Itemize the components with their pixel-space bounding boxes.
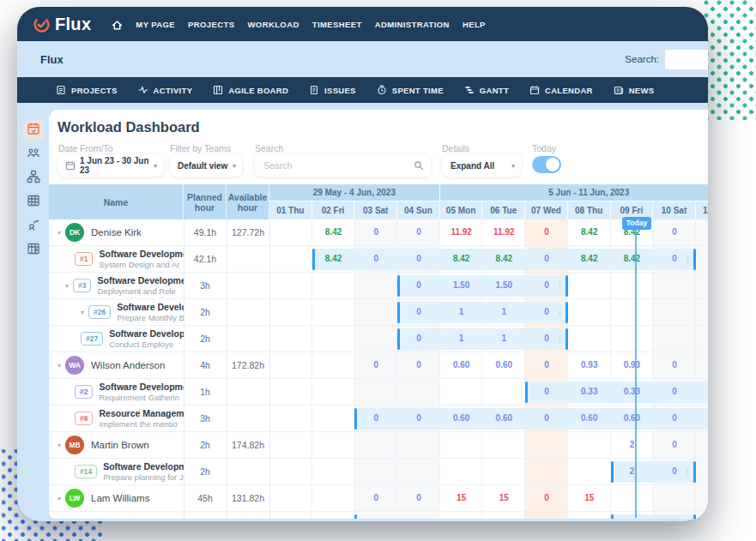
- collapse-chevron-icon[interactable]: ▾: [57, 495, 61, 502]
- day-cell[interactable]: [312, 299, 355, 325]
- day-cell[interactable]: [525, 459, 568, 484]
- day-cell[interactable]: [568, 326, 611, 352]
- nav-item-workload[interactable]: WORKLOAD: [247, 20, 299, 29]
- day-header[interactable]: 02 Fri: [312, 202, 355, 219]
- tab-activity[interactable]: ACTIVITY: [138, 85, 193, 95]
- day-header[interactable]: 08 Thu: [568, 202, 611, 219]
- collapse-chevron-icon[interactable]: ▾: [57, 229, 61, 237]
- task-row[interactable]: 000.600.6000.600.6000#6Resource Manageme…: [49, 406, 708, 432]
- day-header[interactable]: 06 Tue: [482, 202, 525, 219]
- task-id-badge[interactable]: #27: [81, 332, 103, 346]
- day-cell[interactable]: [696, 299, 708, 325]
- sidebar-item-teams[interactable]: [23, 144, 44, 165]
- day-cell[interactable]: [269, 459, 312, 484]
- day-cell[interactable]: [312, 512, 355, 519]
- search-icon[interactable]: [414, 160, 424, 171]
- day-cell[interactable]: [269, 273, 312, 298]
- today-toggle[interactable]: [532, 156, 561, 173]
- day-cell[interactable]: [568, 459, 611, 484]
- task-row[interactable]: ⋮0110#27Software DevelopConduct Employe2…: [49, 326, 708, 352]
- planned-hour-column-header[interactable]: Planned hour: [184, 184, 227, 219]
- day-cell[interactable]: [525, 512, 568, 519]
- day-cell[interactable]: [483, 432, 526, 458]
- day-cell[interactable]: [696, 219, 708, 245]
- task-name-cell[interactable]: #14Software DevelopmenPrepare planning f…: [49, 459, 184, 484]
- partial-row[interactable]: [49, 512, 708, 519]
- day-cell[interactable]: [483, 379, 526, 405]
- day-cell[interactable]: [269, 379, 312, 405]
- day-cell[interactable]: [312, 273, 355, 298]
- day-cell[interactable]: [354, 299, 397, 325]
- task-name-cell[interactable]: #27Software DevelopConduct Employe: [49, 326, 184, 352]
- task-id-badge[interactable]: #6: [75, 412, 93, 425]
- flux-logo[interactable]: Flux: [33, 15, 91, 34]
- day-cell[interactable]: [611, 326, 654, 352]
- bar-resize-handle-left[interactable]: [611, 514, 614, 520]
- day-cell[interactable]: [568, 273, 611, 298]
- day-cell[interactable]: [611, 273, 654, 298]
- day-cell[interactable]: [312, 352, 355, 378]
- tab-calendar[interactable]: CALENDAR: [529, 85, 593, 95]
- date-range-picker[interactable]: 1 Jun 23 - 30 Jun 23 ▾: [58, 154, 163, 177]
- collapse-chevron-icon[interactable]: ▾: [57, 442, 61, 449]
- home-icon[interactable]: [112, 19, 123, 30]
- day-cell[interactable]: [354, 432, 397, 458]
- day-cell[interactable]: [397, 432, 440, 458]
- day-header[interactable]: 10 Sat: [653, 202, 696, 219]
- day-cell[interactable]: [483, 512, 526, 519]
- day-header[interactable]: 11 Sun: [696, 202, 708, 219]
- day-cell[interactable]: [696, 459, 708, 484]
- day-cell[interactable]: [269, 432, 312, 458]
- nav-item-help[interactable]: HELP: [463, 20, 486, 29]
- day-cell[interactable]: [269, 246, 312, 272]
- day-cell[interactable]: [397, 459, 440, 484]
- tab-news[interactable]: NEWS: [614, 85, 655, 95]
- day-cell[interactable]: [653, 326, 696, 352]
- gantt-bar[interactable]: [611, 514, 696, 520]
- task-id-badge[interactable]: #1: [75, 252, 93, 266]
- nav-item-timesheet[interactable]: TIMESHEET: [312, 20, 362, 29]
- task-id-badge[interactable]: #14: [75, 465, 97, 478]
- day-cell[interactable]: [696, 512, 708, 519]
- day-cell[interactable]: [483, 459, 526, 484]
- day-cell[interactable]: [312, 459, 355, 484]
- day-cell[interactable]: [440, 512, 483, 519]
- task-name-cell[interactable]: #1Software DevelopmenSystem Design and A…: [49, 246, 184, 272]
- collapse-chevron-icon[interactable]: ▾: [81, 309, 84, 316]
- sidebar-item-workload-dashboard[interactable]: [23, 120, 44, 141]
- day-cell[interactable]: [269, 219, 312, 245]
- day-cell[interactable]: [397, 379, 440, 405]
- day-cell[interactable]: [440, 379, 483, 405]
- search-input[interactable]: [255, 159, 414, 171]
- nav-item-projects[interactable]: PROJECTS: [188, 20, 234, 29]
- day-cell[interactable]: [696, 273, 708, 298]
- day-cell[interactable]: [397, 512, 440, 519]
- tab-issues[interactable]: ISSUES: [309, 85, 356, 95]
- day-cell[interactable]: [354, 273, 397, 298]
- day-cell[interactable]: [312, 406, 355, 431]
- day-cell[interactable]: [312, 326, 355, 352]
- task-id-badge[interactable]: #2: [75, 385, 93, 399]
- day-header[interactable]: 05 Mon: [440, 202, 483, 219]
- day-cell[interactable]: [696, 326, 708, 352]
- nav-item-administration[interactable]: ADMINISTRATION: [375, 20, 450, 29]
- task-row[interactable]: ⋮20#14Software DevelopmenPrepare plannin…: [49, 459, 708, 485]
- day-cell[interactable]: [312, 432, 355, 458]
- task-row[interactable]: ⋮8.42008.428.4208.428.420#1Software Deve…: [49, 246, 708, 273]
- global-search-input[interactable]: [665, 50, 708, 69]
- day-cell[interactable]: [269, 352, 312, 378]
- day-header[interactable]: 03 Sat: [354, 202, 397, 219]
- day-cell[interactable]: [568, 512, 611, 519]
- day-header[interactable]: 09 Fri: [611, 202, 654, 219]
- sidebar-item-org-chart[interactable]: [23, 168, 44, 189]
- person-name-cell[interactable]: ▾MBMartin Brown: [49, 432, 184, 458]
- day-cell[interactable]: [269, 512, 312, 519]
- day-cell[interactable]: [653, 299, 696, 325]
- day-header[interactable]: 07 Wed: [525, 202, 568, 219]
- day-cell[interactable]: [269, 406, 312, 431]
- day-cell[interactable]: [312, 485, 355, 511]
- day-cell[interactable]: [525, 432, 568, 458]
- day-cell[interactable]: [440, 459, 483, 484]
- day-cell[interactable]: [269, 299, 312, 325]
- task-row[interactable]: ⋮0110▾#26Software DevelopmPrepare Monthl…: [49, 299, 708, 326]
